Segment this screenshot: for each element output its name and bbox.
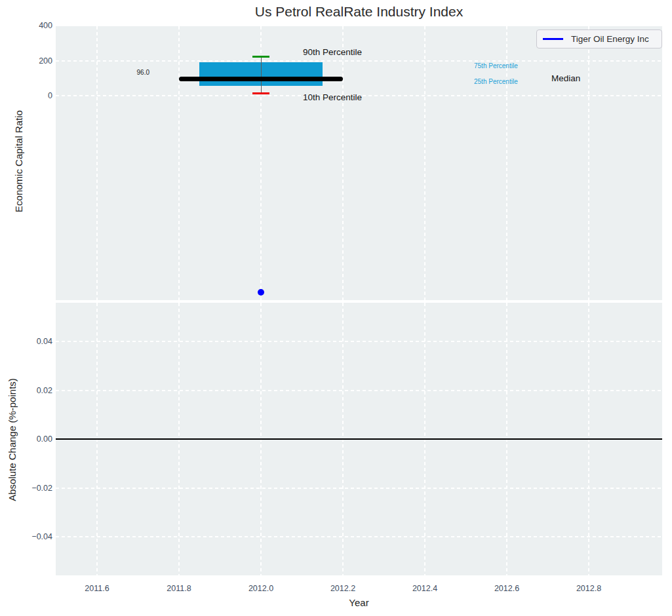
x-tick-label: 2011.6 — [76, 583, 118, 594]
gridline — [588, 26, 589, 300]
annotation-25th-percentile: 25th Percentile — [474, 78, 518, 86]
zero-line — [56, 438, 662, 440]
y-tick-label: 0.00 — [13, 434, 52, 444]
chart-title: Us Petrol RealRate Industry Index — [56, 4, 662, 20]
whisker-line — [261, 57, 262, 94]
gridline — [56, 60, 662, 62]
x-tick-label: 2012.2 — [322, 583, 364, 594]
x-tick-label: 2011.8 — [158, 583, 200, 594]
x-tick-label: 2012.8 — [568, 583, 610, 594]
top-y-axis-label: Economic Capital Ratio — [13, 110, 24, 212]
top-axes — [56, 26, 662, 300]
annotation-90th-percentile: 90th Percentile — [303, 47, 362, 58]
y-tick-label: 200 — [13, 56, 52, 66]
annotation-median: Median — [551, 73, 580, 84]
p90-cap — [252, 56, 269, 58]
gridline — [424, 26, 425, 300]
gridline — [56, 390, 662, 391]
x-tick-label: 2012.0 — [240, 583, 282, 594]
p10-cap — [252, 92, 269, 94]
gridline — [178, 26, 180, 300]
median-bar — [179, 77, 343, 81]
legend: Tiger Oil Energy Inc — [536, 29, 662, 48]
figure: Us Petrol RealRate Industry Index 96.0 9… — [0, 0, 672, 616]
company-point — [258, 289, 264, 296]
y-tick-label: 400 — [13, 20, 52, 31]
x-axis-label: Year — [56, 597, 662, 608]
y-tick-label: −0.04 — [13, 531, 52, 542]
legend-line-sample — [543, 38, 563, 40]
legend-label: Tiger Oil Energy Inc — [571, 30, 649, 48]
y-tick-label: 0.04 — [13, 336, 52, 347]
gridline — [56, 536, 662, 537]
y-tick-label: −0.02 — [13, 483, 52, 493]
median-value-label: 96.0 — [137, 69, 149, 77]
x-tick-label: 2012.6 — [486, 583, 528, 594]
gridline — [342, 26, 344, 300]
gridline — [96, 26, 98, 300]
y-tick-label: 0 — [13, 90, 52, 101]
gridline — [56, 488, 662, 489]
annotation-75th-percentile: 75th Percentile — [474, 62, 518, 70]
y-tick-label: 0.02 — [13, 385, 52, 396]
annotation-10th-percentile: 10th Percentile — [303, 92, 362, 103]
x-tick-label: 2012.4 — [404, 583, 446, 594]
gridline — [56, 341, 662, 342]
